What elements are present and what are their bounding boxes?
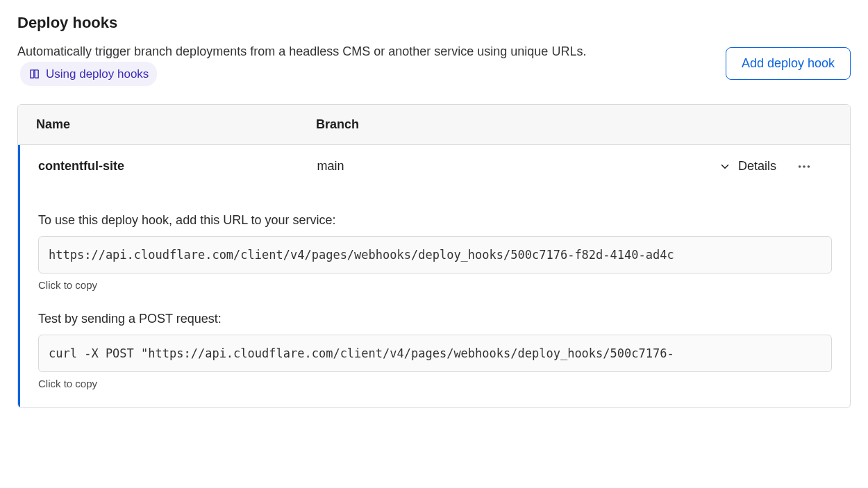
hook-name: contentful-site bbox=[38, 159, 317, 174]
section-description-text: Automatically trigger branch deployments… bbox=[17, 44, 586, 58]
table-header: Name Branch bbox=[18, 105, 850, 145]
more-actions-button[interactable] bbox=[776, 159, 832, 174]
svg-point-0 bbox=[799, 165, 801, 168]
hook-url-label: To use this deploy hook, add this URL to… bbox=[38, 213, 832, 228]
ellipsis-icon bbox=[796, 159, 812, 174]
table-row: contentful-site main Details bbox=[20, 145, 850, 188]
table-header-name: Name bbox=[36, 117, 316, 132]
chevron-down-icon bbox=[719, 160, 731, 173]
section-title: Deploy hooks bbox=[17, 14, 709, 32]
details-toggle-label: Details bbox=[738, 159, 776, 174]
hook-url-hint: Click to copy bbox=[38, 279, 832, 291]
add-deploy-hook-button[interactable]: Add deploy hook bbox=[726, 47, 851, 80]
table-row-expanded: contentful-site main Details To use this… bbox=[18, 145, 850, 407]
hook-test-value[interactable]: curl -X POST "https://api.cloudflare.com… bbox=[38, 335, 832, 372]
svg-point-1 bbox=[803, 165, 806, 168]
svg-point-2 bbox=[808, 165, 810, 168]
deploy-hooks-table: Name Branch contentful-site main Details… bbox=[17, 104, 851, 408]
docs-link-label: Using deploy hooks bbox=[46, 65, 149, 83]
hook-details-panel: To use this deploy hook, add this URL to… bbox=[20, 188, 850, 407]
hook-test-label: Test by sending a POST request: bbox=[38, 312, 832, 326]
hook-test-hint: Click to copy bbox=[38, 378, 832, 389]
hook-url-value[interactable]: https://api.cloudflare.com/client/v4/pag… bbox=[38, 236, 832, 274]
details-toggle[interactable]: Details bbox=[596, 159, 776, 174]
hook-branch: main bbox=[317, 159, 596, 174]
table-header-branch: Branch bbox=[316, 117, 596, 132]
book-icon bbox=[28, 68, 40, 80]
section-description: Automatically trigger branch deployments… bbox=[17, 42, 709, 86]
docs-link-badge[interactable]: Using deploy hooks bbox=[20, 62, 157, 86]
